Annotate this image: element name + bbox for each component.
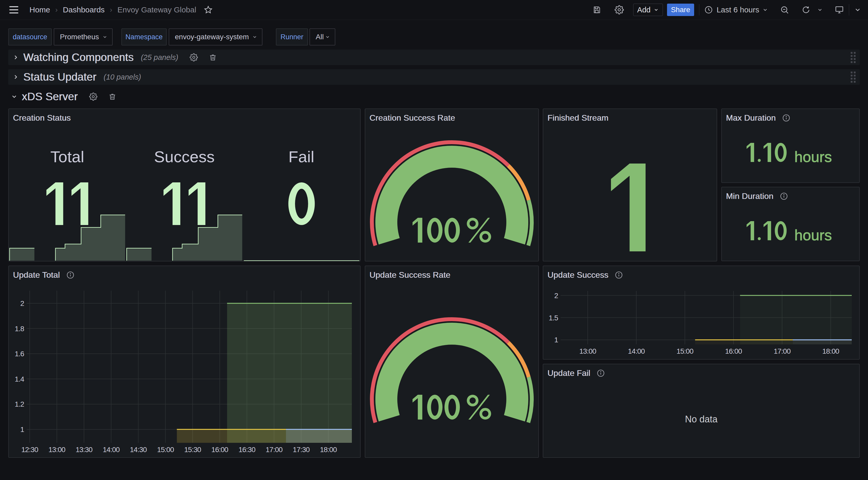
svg-text:14:00: 14:00 — [628, 347, 645, 355]
row-delete-trash-icon[interactable] — [108, 92, 117, 101]
finished-stream-value — [543, 109, 717, 261]
stat-value — [163, 182, 206, 225]
breadcrumb-home[interactable]: Home — [29, 5, 50, 14]
caret-down-icon — [252, 34, 257, 39]
add-button-label: Add — [637, 6, 651, 14]
row-panel-count: (25 panels) — [141, 53, 178, 62]
svg-text:16:00: 16:00 — [725, 347, 742, 355]
var-runner-label[interactable]: Runner — [276, 28, 308, 46]
svg-text:2: 2 — [554, 292, 558, 300]
svg-text:15:30: 15:30 — [184, 446, 201, 454]
var-namespace-value[interactable]: envoy-gateway-system — [169, 28, 262, 46]
panel-creation-status: Creation Status Total Success Fail — [8, 109, 361, 262]
duration-unit: hours — [795, 227, 832, 243]
finished-stream-digits — [611, 163, 646, 251]
var-runner-value[interactable]: All — [309, 28, 335, 46]
svg-text:15:00: 15:00 — [677, 347, 693, 355]
row-drag-handle[interactable] — [851, 52, 856, 63]
refresh-caret-icon[interactable] — [817, 7, 823, 13]
panel-update-success-rate: Update Success Rate — [365, 266, 539, 458]
header-divider — [849, 4, 849, 16]
row-watching-components[interactable]: Watching Components (25 panels) — [8, 50, 860, 65]
time-range-label[interactable]: Last 6 hours — [717, 5, 759, 14]
panel-max-duration: Max Duration hours — [721, 109, 860, 183]
star-icon[interactable] — [204, 5, 213, 14]
stat-value — [46, 182, 88, 225]
breadcrumb-dashboards[interactable]: Dashboards — [63, 5, 104, 14]
row-status-updater[interactable]: Status Updater (10 panels) — [8, 69, 860, 85]
row-settings-gear-icon[interactable] — [190, 53, 198, 61]
svg-text:15:00: 15:00 — [157, 446, 174, 454]
row-settings-gear-icon[interactable] — [89, 92, 97, 101]
var-runner-value-text: All — [316, 33, 324, 41]
var-datasource-value[interactable]: Prometheus — [54, 28, 113, 46]
row-title[interactable]: xDS Server — [22, 90, 78, 103]
var-datasource-label[interactable]: datasource — [8, 28, 52, 46]
var-namespace-label[interactable]: Namespace — [121, 28, 167, 46]
row-drag-handle[interactable] — [851, 71, 856, 83]
duration-digits — [747, 221, 786, 240]
svg-text:1.2: 1.2 — [15, 400, 24, 408]
svg-text:18:00: 18:00 — [822, 347, 839, 355]
row-collapsed-chevron-icon — [12, 54, 19, 61]
panel-update-success: Update Success 13:0014:0015:0016:0017:00… — [543, 266, 860, 360]
breadcrumb: Home › Dashboards › Envoy Gateway Global — [29, 5, 213, 14]
stat-label: Success — [126, 149, 243, 165]
menu-icon[interactable] — [9, 6, 18, 13]
row-expanded-chevron-icon — [11, 93, 18, 100]
svg-text:1.5: 1.5 — [549, 314, 558, 322]
time-range-clock-icon[interactable] — [704, 5, 713, 14]
share-button-label: Share — [671, 6, 690, 14]
caret-down-icon — [654, 7, 659, 12]
zoom-out-icon[interactable] — [780, 5, 789, 14]
var-namespace-value-text: envoy-gateway-system — [175, 33, 249, 41]
svg-text:1.6: 1.6 — [15, 350, 24, 358]
panel-update-total: Update Total 12:3013:0013:3014:0014:3015… — [8, 266, 361, 458]
save-icon[interactable] — [592, 5, 601, 14]
stat-label: Total — [9, 149, 126, 165]
row-panel-count: (10 panels) — [103, 73, 141, 81]
refresh-icon[interactable] — [802, 5, 810, 14]
stat-value — [288, 182, 315, 225]
panel-min-duration: Min Duration hours — [721, 187, 860, 261]
svg-text:14:00: 14:00 — [103, 446, 120, 454]
update-success-chart: 13:0014:0015:0016:0017:0018:0011.52 — [543, 266, 859, 359]
stat-label: Fail — [243, 149, 360, 165]
svg-text:1: 1 — [554, 336, 558, 344]
row-title[interactable]: Watching Components — [23, 51, 133, 64]
panel-creation-success-rate: Creation Success Rate — [365, 109, 539, 262]
creation-success-rate-gauge — [365, 109, 538, 261]
row-title[interactable]: Status Updater — [23, 71, 96, 83]
caret-down-icon — [325, 34, 330, 39]
var-datasource-value-text: Prometheus — [60, 33, 99, 41]
gauge-value — [412, 395, 491, 420]
panel-finished-stream: Finished Stream — [543, 109, 717, 262]
svg-text:13:00: 13:00 — [579, 347, 596, 355]
svg-text:2: 2 — [20, 299, 24, 307]
svg-text:18:00: 18:00 — [320, 446, 337, 454]
collapse-header-chevron-icon[interactable] — [854, 6, 861, 13]
update-success-rate-gauge — [365, 266, 538, 457]
breadcrumb-current: Envoy Gateway Global — [117, 5, 196, 14]
svg-text:16:30: 16:30 — [239, 446, 255, 454]
svg-text:13:00: 13:00 — [49, 446, 65, 454]
svg-text:16:00: 16:00 — [211, 446, 228, 454]
panel-update-fail: Update Fail No data — [543, 364, 860, 458]
update-total-chart: 12:3013:0013:3014:0014:3015:0015:3016:00… — [9, 266, 360, 457]
info-icon[interactable] — [596, 369, 605, 378]
max-duration-value: hours — [722, 109, 859, 182]
svg-text:17:00: 17:00 — [266, 446, 282, 454]
breadcrumb-sep-icon: › — [55, 6, 58, 14]
panel-title[interactable]: Update Fail — [548, 368, 590, 378]
share-button[interactable]: Share — [667, 4, 694, 16]
header-bar: Home › Dashboards › Envoy Gateway Global… — [0, 0, 868, 20]
row-xds-server[interactable]: xDS Server — [8, 89, 860, 104]
duration-digits — [747, 143, 786, 162]
add-button[interactable]: Add — [633, 4, 663, 16]
row-delete-trash-icon[interactable] — [209, 53, 217, 61]
kiosk-mode-icon[interactable] — [835, 5, 844, 14]
time-range-caret-icon[interactable] — [762, 7, 768, 13]
settings-gear-icon[interactable] — [615, 5, 624, 14]
caret-down-icon — [102, 34, 107, 39]
svg-text:1.8: 1.8 — [15, 325, 24, 333]
